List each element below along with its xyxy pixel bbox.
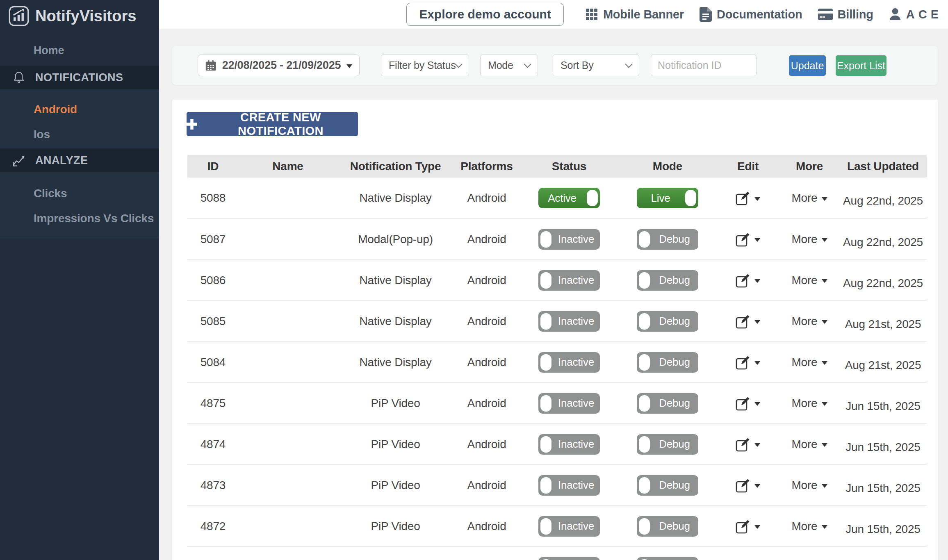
status-toggle[interactable]: Inactive [538,229,600,250]
edit-button[interactable] [736,478,760,493]
more-label: More [792,315,818,328]
row-more-cell: More [779,260,839,300]
status-toggle[interactable]: Inactive [538,352,600,373]
row-notification-type [337,547,454,560]
table-row: 5085Native DisplayAndroidInactiveDebug M… [187,300,927,341]
edit-button[interactable] [736,355,760,370]
status-toggle[interactable]: Inactive [538,311,600,332]
column-header: Platforms [454,155,520,178]
date-range-picker[interactable]: 22/08/2025 - 21/09/2025 [198,55,360,76]
row-mode-cell: Debug [619,547,716,560]
mode-select[interactable]: Mode [480,55,538,76]
sidebar-item-ios[interactable]: Ios [34,125,50,144]
mode-toggle[interactable]: Live [637,188,698,208]
status-toggle[interactable]: Inactive [538,516,600,537]
sidebar-item-android[interactable]: Android [34,100,77,119]
edit-button[interactable] [736,273,760,288]
edit-button[interactable] [736,437,760,452]
row-more-cell: More [779,383,839,423]
app-logo[interactable]: NotifyVisitors [8,3,136,29]
row-notification-type: PiP Video [337,424,454,464]
sidebar-section-label: NOTIFICATIONS [35,71,123,84]
edit-button[interactable] [736,314,760,329]
sidebar-item-impressions-vs-clicks[interactable]: Impressions Vs Clicks [34,209,154,228]
table-row: 4873PiP VideoAndroidInactiveDebug MoreJu… [187,464,927,505]
edit-button[interactable] [736,519,760,534]
more-button[interactable]: More [792,356,827,369]
mode-toggle[interactable]: Debug [637,270,698,291]
nav-item-documentation[interactable]: Documentation [700,7,802,22]
status-toggle[interactable]: Inactive [538,557,600,560]
row-mode-cell: Debug [619,506,716,546]
column-header: Status [520,155,619,178]
export-list-button[interactable]: Export List [836,55,886,76]
more-button[interactable]: More [792,397,827,410]
column-header: Edit [716,155,779,178]
create-new-notification-button[interactable]: CREATE NEW NOTIFICATION [187,112,358,136]
user-menu[interactable]: ACE [889,8,942,21]
edit-pencil-icon [736,519,750,534]
more-button[interactable]: More [792,274,827,287]
nav-label: Mobile Banner [603,8,684,21]
status-toggle[interactable]: Inactive [538,393,600,414]
row-last-updated: Aug 22nd, 2025 [839,260,927,300]
more-button[interactable]: More [792,233,827,246]
row-last-updated: Jun 15th, 2025 [839,424,927,464]
edit-button[interactable] [736,191,760,205]
nav-label: Billing [838,8,873,21]
nav-item-billing[interactable]: Billing [818,8,873,21]
row-mode-cell: Debug [619,342,716,382]
plus-icon [187,119,197,130]
mode-toggle[interactable]: Debug [637,475,698,496]
more-label: More [792,356,818,369]
caret-down-icon [754,443,760,447]
edit-pencil-icon [736,232,750,247]
toggle-label: Active [548,192,577,205]
row-more-cell: More [779,424,839,464]
more-button[interactable]: More [792,438,827,451]
status-toggle[interactable]: Inactive [538,475,600,496]
mode-toggle[interactable]: Debug [637,352,698,373]
toggle-label: Debug [659,274,690,287]
row-status-cell: Inactive [520,547,619,560]
edit-button[interactable] [736,232,760,247]
status-toggle[interactable]: Inactive [538,270,600,291]
toggle-handle [639,354,650,371]
table-row: 5086Native DisplayAndroidInactiveDebug M… [187,260,927,300]
more-button[interactable]: More [792,520,827,533]
sidebar-item-clicks[interactable]: Clicks [34,184,67,203]
column-header: More [779,155,839,178]
mode-toggle[interactable]: Debug [637,229,698,250]
status-toggle[interactable]: Inactive [538,434,600,455]
mode-toggle[interactable]: Debug [637,311,698,332]
sidebar-section-notifications[interactable]: NOTIFICATIONS [0,66,159,89]
notifications-panel: CREATE NEW NOTIFICATION IDNameNotificati… [172,100,938,560]
row-status-cell: Inactive [520,219,619,260]
explore-demo-account-button[interactable]: Explore demo account [406,3,564,26]
sidebar-section-analyze[interactable]: ANALYZE [0,148,159,172]
toggle-handle [540,313,551,330]
more-button[interactable]: More [792,479,827,492]
mode-toggle[interactable]: Debug [637,516,698,537]
mode-toggle[interactable]: Debug [637,434,698,455]
column-header: Mode [619,155,716,178]
credit-card-icon [818,9,833,20]
caret-down-icon [822,525,827,529]
toggle-label: Debug [659,479,690,492]
notification-id-input[interactable] [651,55,757,76]
edit-button[interactable] [736,396,760,411]
more-label: More [792,438,818,451]
sidebar-item-home[interactable]: Home [0,41,159,60]
caret-down-icon [754,484,760,488]
update-button[interactable]: Update [789,55,826,76]
mode-toggle[interactable]: Debug [637,393,698,414]
row-name [239,424,337,464]
mode-toggle[interactable]: Debug [637,557,698,560]
filter-by-status-select[interactable]: Filter by Status [381,55,469,76]
more-button[interactable]: More [792,191,827,205]
nav-item-mobile-banner[interactable]: Mobile Banner [585,8,684,21]
row-edit-cell [716,219,779,260]
more-button[interactable]: More [792,315,827,328]
status-toggle[interactable]: Active [538,188,600,208]
sort-by-select[interactable]: Sort By [553,55,639,76]
